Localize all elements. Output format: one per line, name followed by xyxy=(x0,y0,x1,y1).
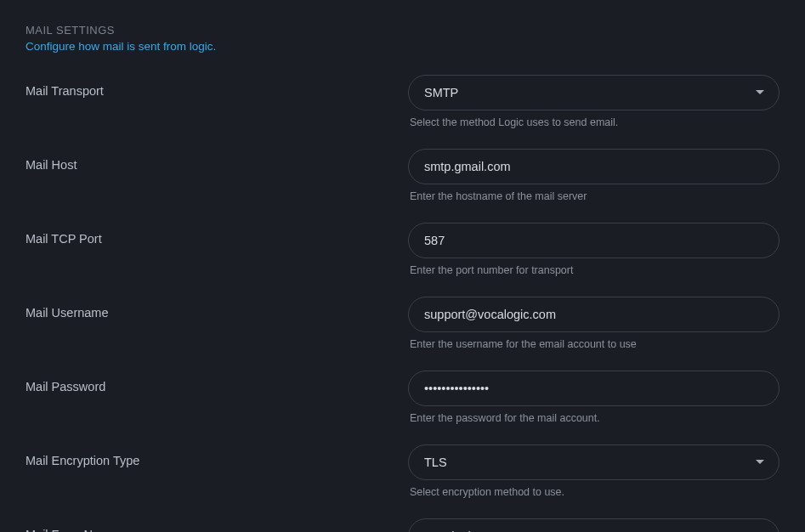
mail-username-label: Mail Username xyxy=(26,297,408,320)
section-title: MAIL SETTINGS xyxy=(26,24,779,37)
mail-port-input[interactable] xyxy=(408,223,779,258)
mail-username-row: Mail Username Enter the username for the… xyxy=(26,297,779,350)
mail-settings-section: MAIL SETTINGS Configure how mail is sent… xyxy=(26,24,779,532)
mail-encryption-label: Mail Encryption Type xyxy=(26,444,408,467)
mail-from-name-label: Mail From Name xyxy=(26,518,408,532)
mail-username-help: Enter the username for the email account… xyxy=(408,338,779,350)
mail-encryption-select-wrap: TLS xyxy=(408,444,779,480)
mail-port-label: Mail TCP Port xyxy=(26,223,408,246)
mail-host-row: Mail Host Enter the hostname of the mail… xyxy=(26,149,779,202)
mail-from-name-input[interactable] xyxy=(408,518,779,532)
mail-encryption-select[interactable]: TLS xyxy=(408,444,779,480)
mail-password-input[interactable] xyxy=(408,371,779,406)
mail-port-help: Enter the port number for transport xyxy=(408,264,779,276)
mail-transport-select[interactable]: SMTP xyxy=(408,75,779,110)
mail-password-help: Enter the password for the mail account. xyxy=(408,412,779,424)
mail-from-name-row: Mail From Name Enter the name to use for… xyxy=(26,518,779,532)
mail-host-input[interactable] xyxy=(408,149,779,184)
mail-host-help: Enter the hostname of the mail server xyxy=(408,190,779,202)
mail-password-label: Mail Password xyxy=(26,371,408,393)
mail-transport-row: Mail Transport SMTP Select the method Lo… xyxy=(26,75,779,128)
mail-encryption-help: Select encryption method to use. xyxy=(408,486,779,498)
mail-transport-help: Select the method Logic uses to send ema… xyxy=(408,116,779,128)
mail-transport-select-wrap: SMTP xyxy=(408,75,779,110)
mail-port-row: Mail TCP Port Enter the port number for … xyxy=(26,223,779,276)
mail-transport-label: Mail Transport xyxy=(26,75,408,98)
mail-encryption-row: Mail Encryption Type TLS Select encrypti… xyxy=(26,444,779,498)
mail-host-label: Mail Host xyxy=(26,149,408,172)
mail-password-row: Mail Password Enter the password for the… xyxy=(26,371,779,424)
mail-username-input[interactable] xyxy=(408,297,779,332)
section-subtitle: Configure how mail is sent from logic. xyxy=(26,40,779,53)
